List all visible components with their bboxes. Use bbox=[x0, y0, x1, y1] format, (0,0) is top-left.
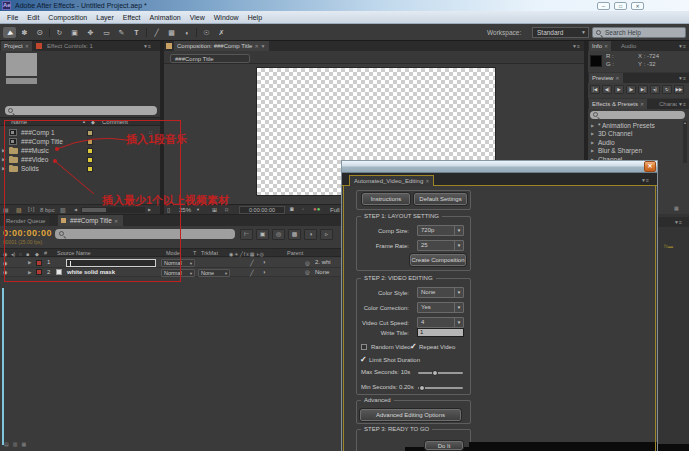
video-cut-speed-dropdown[interactable]: 4▼ bbox=[417, 317, 464, 328]
loop-button[interactable]: ↻ bbox=[662, 85, 672, 94]
disclosure-triangle-icon[interactable]: ▶ bbox=[591, 131, 594, 136]
track-matte-dropdown[interactable]: None▼ bbox=[198, 269, 230, 277]
close-icon[interactable]: ✕ bbox=[254, 43, 258, 49]
effects-category-audio[interactable]: ▶Audio bbox=[588, 138, 684, 147]
trash-icon[interactable]: ▥ bbox=[60, 206, 66, 213]
eye-icon[interactable]: ◉ bbox=[3, 269, 7, 275]
minimize-button[interactable]: ─ bbox=[597, 2, 610, 10]
tab-info[interactable]: Info✕ bbox=[589, 41, 611, 51]
parent-value[interactable]: None bbox=[315, 269, 329, 275]
close-icon[interactable]: ✕ bbox=[604, 43, 608, 49]
disclosure-triangle-icon[interactable]: ▶ bbox=[28, 270, 31, 275]
next-frame-button[interactable]: |▶ bbox=[626, 85, 636, 94]
project-item-comp1[interactable]: ###Comp 1 ∷ bbox=[0, 128, 160, 137]
color-correction-dropdown[interactable]: Yes▼ bbox=[417, 302, 464, 313]
tab-automated-video-editing[interactable]: Automated_Video_Editing✕ bbox=[349, 175, 434, 186]
selection-tool-icon[interactable]: ► bbox=[3, 27, 16, 38]
menu-effect[interactable]: Effect bbox=[123, 14, 141, 21]
disclosure-triangle-icon[interactable]: ▶ bbox=[28, 260, 31, 265]
eraser-tool-icon[interactable]: ◖ bbox=[180, 27, 193, 38]
blend-mode-dropdown[interactable]: Normal▼ bbox=[161, 259, 195, 267]
chevron-down-icon[interactable]: ▼ bbox=[196, 207, 200, 212]
project-item-music[interactable]: ▶ ###Music bbox=[0, 146, 160, 155]
pen-tool-icon[interactable]: ✎ bbox=[115, 27, 128, 38]
label-swatch[interactable] bbox=[87, 157, 93, 163]
first-frame-button[interactable]: |◀ bbox=[590, 85, 600, 94]
layer-label-swatch[interactable] bbox=[36, 260, 42, 266]
resolution-value[interactable]: Full bbox=[330, 207, 340, 213]
blend-mode-dropdown[interactable]: Normal▼ bbox=[161, 269, 195, 277]
max-seconds-slider[interactable] bbox=[418, 372, 463, 374]
pan-behind-tool-icon[interactable]: ✥ bbox=[84, 27, 97, 38]
last-frame-button[interactable]: ▶| bbox=[638, 85, 648, 94]
frame-rate-dropdown[interactable]: 25▼ bbox=[417, 240, 464, 251]
ram-preview-button[interactable]: ▶▶ bbox=[674, 85, 684, 94]
panel-menu-icon[interactable]: ▼≡ bbox=[678, 101, 686, 107]
layer-label-swatch[interactable] bbox=[36, 269, 42, 275]
bit-depth-label[interactable]: 8 bpc bbox=[40, 207, 55, 213]
tab-render-queue[interactable]: Render Queue bbox=[2, 216, 49, 226]
panel-menu-icon[interactable]: ▼≡ bbox=[678, 75, 686, 81]
label-swatch[interactable] bbox=[87, 139, 93, 145]
maximize-button[interactable]: □ bbox=[614, 2, 627, 10]
camera-tool-icon[interactable]: ▣ bbox=[68, 27, 81, 38]
audio-button[interactable]: ◂) bbox=[650, 85, 660, 94]
tab-comp-timeline[interactable]: ###Comp Title✕ bbox=[58, 215, 123, 226]
tab-preview[interactable]: Preview✕ bbox=[589, 73, 623, 83]
close-icon[interactable]: ✕ bbox=[640, 101, 644, 107]
do-it-button[interactable]: Do It bbox=[425, 441, 463, 450]
project-item-video[interactable]: ▶ ###Video bbox=[0, 155, 160, 164]
instructions-button[interactable]: Instructions bbox=[362, 193, 410, 205]
motion-blur-icon[interactable]: ◑ bbox=[304, 229, 317, 240]
vertical-scrollbar[interactable]: ▲ bbox=[683, 121, 687, 163]
effects-category-blur-sharpen[interactable]: ▶Blur & Sharpen bbox=[588, 147, 684, 156]
disclosure-triangle-icon[interactable]: ▶ bbox=[591, 123, 594, 128]
tab-effect-controls[interactable]: Effect Controls: 1 bbox=[47, 43, 93, 49]
disclosure-triangle-icon[interactable]: ▶ bbox=[2, 166, 5, 171]
dialog-close-button[interactable]: ✕ bbox=[644, 161, 656, 172]
pickwhip-icon[interactable]: ◎ bbox=[305, 269, 310, 275]
tab-effects-presets[interactable]: Effects & Presets✕ bbox=[589, 99, 647, 109]
close-icon[interactable]: ✕ bbox=[425, 178, 429, 184]
checkbox-checked-icon[interactable]: ✓ bbox=[410, 342, 417, 351]
viewer-timecode[interactable]: 0:00:00:00 bbox=[239, 206, 285, 214]
min-seconds-slider-thumb[interactable] bbox=[419, 385, 425, 391]
checkbox-checked-icon[interactable]: ✓ bbox=[360, 355, 367, 364]
menu-layer[interactable]: Layer bbox=[96, 14, 114, 21]
label-swatch[interactable] bbox=[87, 148, 93, 154]
scroll-right-icon[interactable]: ▶ bbox=[148, 207, 151, 212]
tab-character[interactable]: Charact bbox=[659, 101, 677, 107]
draft-3d-icon[interactable]: ▣ bbox=[256, 229, 269, 240]
menu-window[interactable]: Window bbox=[214, 14, 239, 21]
always-preview-icon[interactable]: ▯ bbox=[167, 206, 170, 213]
panel-menu-icon[interactable]: ▼≡ bbox=[674, 219, 682, 225]
tab-composition[interactable]: Composition: ###Comp Title✕▼ bbox=[174, 41, 269, 51]
menu-edit[interactable]: Edit bbox=[27, 14, 39, 21]
tab-project[interactable]: Project✕ bbox=[1, 41, 32, 51]
panel-menu-icon[interactable]: ▼≡ bbox=[572, 43, 580, 49]
menu-help[interactable]: Help bbox=[248, 14, 262, 21]
project-item-comp-title[interactable]: ###Comp Title bbox=[0, 137, 160, 146]
label-swatch[interactable] bbox=[87, 166, 93, 172]
rasterize-switch-icon[interactable]: ╱ bbox=[250, 259, 254, 266]
effects-search-input[interactable] bbox=[590, 111, 685, 119]
random-video-checkbox[interactable] bbox=[361, 344, 367, 350]
show-snapshot-icon[interactable]: ◦ bbox=[302, 206, 304, 212]
new-preset-icon[interactable]: ▦ bbox=[674, 205, 679, 211]
clone-stamp-tool-icon[interactable]: ▩ bbox=[165, 27, 178, 38]
play-button[interactable]: ▶ bbox=[614, 85, 624, 94]
chevron-down-icon[interactable]: ▼ bbox=[261, 43, 266, 49]
current-timecode[interactable]: 0:00:00:00 bbox=[3, 228, 52, 238]
quality-switch-icon[interactable]: ◑ bbox=[262, 259, 266, 265]
panel-menu-icon[interactable]: ▼≡ bbox=[641, 177, 649, 183]
safe-margins-icon[interactable]: ⊞ bbox=[212, 206, 217, 213]
mask-visibility-icon[interactable]: ⌑ bbox=[225, 206, 228, 213]
project-search-input[interactable] bbox=[5, 106, 157, 115]
channels-icon[interactable]: ●● bbox=[313, 206, 320, 212]
quality-switch-icon[interactable]: ◑ bbox=[262, 269, 266, 275]
roto-brush-tool-icon[interactable]: ✗ bbox=[215, 27, 228, 38]
layer-name-edit-field[interactable] bbox=[66, 259, 156, 267]
project-item-solids[interactable]: ▶ Solids bbox=[0, 164, 160, 173]
close-icon[interactable]: ✕ bbox=[25, 43, 29, 49]
puppet-pin-tool-icon[interactable]: ☉ bbox=[200, 27, 213, 38]
